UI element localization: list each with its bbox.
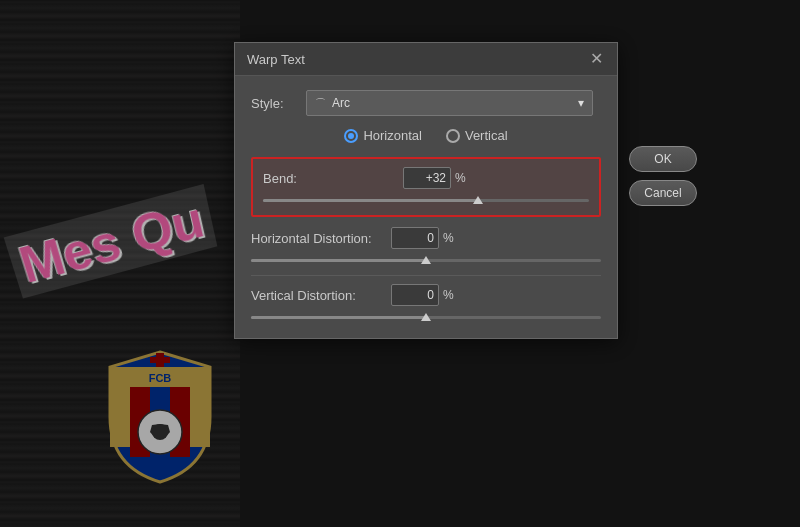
horizontal-distortion-value-input[interactable]: 0 xyxy=(391,227,439,249)
vertical-radio-option[interactable]: Vertical xyxy=(446,128,508,143)
bend-slider-thumb xyxy=(473,196,483,204)
style-row: Style: ⌒ Arc ▾ xyxy=(251,90,601,116)
style-select-text: ⌒ Arc xyxy=(315,96,350,111)
vertical-distortion-unit: % xyxy=(443,288,457,302)
bend-slider-track xyxy=(263,199,589,202)
style-select[interactable]: ⌒ Arc ▾ xyxy=(306,90,593,116)
bend-slider-fill xyxy=(263,199,478,202)
horizontal-distortion-label: Horizontal Distortion: xyxy=(251,231,391,246)
horizontal-distortion-row: Horizontal Distortion: 0 % xyxy=(251,227,601,249)
bend-value-input[interactable]: +32 xyxy=(403,167,451,189)
divider-1 xyxy=(251,275,601,276)
vertical-distortion-slider[interactable] xyxy=(251,310,601,324)
vertical-distortion-thumb xyxy=(421,313,431,321)
vertical-distortion-track xyxy=(251,316,601,319)
vertical-distortion-row: Vertical Distortion: 0 % xyxy=(251,284,601,306)
style-label: Style: xyxy=(251,96,306,111)
bend-section: Bend: +32 % xyxy=(251,157,601,217)
arc-icon: ⌒ xyxy=(315,96,326,111)
orientation-row: Horizontal Vertical xyxy=(251,128,601,143)
dialog-content: OK Cancel Style: ⌒ Arc ▾ Horizontal xyxy=(235,76,617,338)
cancel-button[interactable]: Cancel xyxy=(629,180,697,206)
horizontal-label: Horizontal xyxy=(363,128,422,143)
horizontal-radio-option[interactable]: Horizontal xyxy=(344,128,422,143)
ok-button[interactable]: OK xyxy=(629,146,697,172)
warp-text-dialog: Warp Text ✕ OK Cancel Style: ⌒ Arc ▾ xyxy=(234,42,618,339)
dialog-title: Warp Text xyxy=(247,52,305,67)
vertical-label: Vertical xyxy=(465,128,508,143)
style-value: Arc xyxy=(332,96,350,110)
dialog-action-buttons: OK Cancel xyxy=(629,146,697,206)
bend-slider[interactable] xyxy=(263,193,589,207)
horizontal-distortion-thumb xyxy=(421,256,431,264)
horizontal-radio[interactable] xyxy=(344,129,358,143)
vertical-distortion-section: Vertical Distortion: 0 % xyxy=(251,284,601,324)
vertical-distortion-label: Vertical Distortion: xyxy=(251,288,391,303)
horizontal-distortion-slider[interactable] xyxy=(251,253,601,267)
vertical-radio[interactable] xyxy=(446,129,460,143)
chevron-down-icon: ▾ xyxy=(578,96,584,110)
dialog-titlebar: Warp Text ✕ xyxy=(235,43,617,76)
dialog-close-button[interactable]: ✕ xyxy=(588,51,605,67)
bend-unit: % xyxy=(455,171,469,185)
horizontal-distortion-fill xyxy=(251,259,426,262)
vertical-distortion-fill xyxy=(251,316,426,319)
horizontal-distortion-track xyxy=(251,259,601,262)
horizontal-distortion-unit: % xyxy=(443,231,457,245)
bend-row: Bend: +32 % xyxy=(263,167,589,189)
vertical-distortion-value-input[interactable]: 0 xyxy=(391,284,439,306)
bend-label: Bend: xyxy=(263,171,403,186)
horizontal-distortion-section: Horizontal Distortion: 0 % xyxy=(251,227,601,267)
